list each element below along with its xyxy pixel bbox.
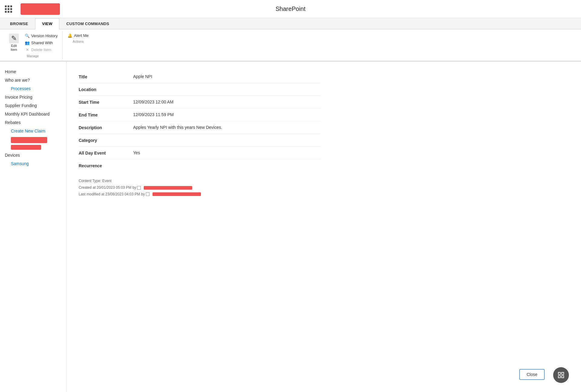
delete-item-label: Delete Item (31, 47, 51, 52)
ribbon-manage-small: 🔍 Version History 👥 Shared With ✕ Delete… (24, 33, 59, 53)
tab-view[interactable]: VIEW (35, 18, 59, 29)
ribbon-tabs: BROWSE VIEW CUSTOM COMMANDS (0, 18, 581, 29)
alert-me-button[interactable]: 🔔 Alert Me (66, 32, 90, 38)
detail-table: Title Apple NPI Location Start Time 12/0… (79, 70, 321, 172)
label-all-day-event: All Day Event (79, 150, 133, 155)
sidebar-item-supplier-funding[interactable]: Supplier Funding (5, 101, 61, 110)
ribbon-toolbar: ✎ Edit Item 🔍 Version History 👥 Shared W… (0, 29, 581, 61)
app-title: SharePoint (276, 5, 306, 12)
ribbon-group-actions: 🔔 Alert Me Actions (63, 31, 93, 59)
float-action-button[interactable] (553, 367, 569, 383)
detail-row-title: Title Apple NPI (79, 70, 321, 83)
sidebar-item-devices[interactable]: Devices (5, 151, 61, 159)
delete-item-icon: ✕ (25, 47, 30, 52)
tab-custom-commands[interactable]: CUSTOM COMMANDS (59, 18, 116, 29)
label-end-time: End Time (79, 112, 133, 117)
svg-rect-2 (558, 376, 560, 378)
value-start-time: 12/09/2023 12:00 AM (133, 100, 321, 104)
delete-item-button[interactable]: ✕ Delete Item (24, 47, 59, 53)
sidebar-item-processes[interactable]: Processes (5, 84, 61, 93)
footer-meta: Content Type: Event Created at 20/01/202… (79, 178, 569, 198)
detail-row-description: Description Apples Yearly NPI with this … (79, 121, 321, 134)
value-title: Apple NPI (133, 74, 321, 79)
edit-item-icon: ✎ (9, 34, 19, 43)
logo-area (5, 3, 66, 15)
detail-row-start-time: Start Time 12/09/2023 12:00 AM (79, 96, 321, 109)
detail-row-all-day: All Day Event Yes (79, 147, 321, 159)
ribbon-actions-items: 🔔 Alert Me (66, 32, 90, 38)
modified-label: Last modified at 23/08/2023 04:03 PM by (79, 192, 145, 196)
alert-me-icon: 🔔 (67, 33, 72, 38)
sidebar-item-who-are-we[interactable]: Who are we? (5, 76, 61, 84)
main-layout: Home Who are we? Processes Invoice Prici… (0, 61, 581, 392)
sidebar-item-invoice-pricing[interactable]: Invoice Pricing (5, 93, 61, 101)
logo-redacted (21, 3, 60, 15)
svg-rect-0 (558, 372, 560, 374)
sidebar-item-monthly-kpi[interactable]: Monthly KPI Dashboard (5, 110, 61, 118)
shared-with-button[interactable]: 👥 Shared With (24, 40, 59, 46)
detail-row-recurrence: Recurrence (79, 159, 321, 172)
svg-rect-1 (562, 372, 564, 374)
value-end-time: 12/09/2023 11:59 PM (133, 112, 321, 117)
label-description: Description (79, 125, 133, 130)
created-info: Created at 20/01/2023 05:03 PM by (79, 185, 569, 191)
label-category: Category (79, 138, 133, 143)
sidebar-item-create-new-claim[interactable]: Create New Claim (5, 127, 61, 135)
detail-row-location: Location (79, 83, 321, 96)
actions-group-label: Actions (66, 40, 90, 43)
close-button[interactable]: Close (519, 369, 545, 380)
version-history-button[interactable]: 🔍 Version History (24, 33, 59, 39)
detail-row-end-time: End Time 12/09/2023 11:59 PM (79, 109, 321, 121)
edit-item-button[interactable]: ✎ Edit Item (7, 32, 21, 53)
modified-info: Last modified at 23/08/2023 04:03 PM by (79, 191, 569, 198)
version-history-icon: 🔍 (25, 33, 30, 38)
label-title: Title (79, 74, 133, 79)
ribbon-manage-items: ✎ Edit Item 🔍 Version History 👥 Shared W… (7, 32, 59, 53)
value-all-day-event: Yes (133, 150, 321, 155)
svg-rect-3 (562, 376, 564, 378)
sidebar-item-rebates[interactable]: Rebates (5, 118, 61, 127)
app-grid-icon[interactable] (5, 5, 12, 13)
close-button-area: Close (519, 369, 545, 380)
manage-group-label: Manage (7, 54, 59, 58)
sidebar-item-samsung[interactable]: Samsung (5, 159, 61, 168)
edit-item-label: Edit Item (11, 44, 17, 52)
version-history-label: Version History (31, 34, 57, 38)
expand-icon (557, 371, 565, 379)
tab-browse[interactable]: BROWSE (3, 18, 35, 29)
label-recurrence: Recurrence (79, 163, 133, 168)
modified-name-redacted (153, 192, 201, 196)
sidebar-redacted-2 (11, 145, 41, 150)
content-type-label: Content Type: Event (79, 178, 569, 185)
top-bar: SharePoint (0, 0, 581, 18)
shared-with-icon: 👥 (25, 40, 30, 45)
created-checkbox (137, 186, 141, 190)
sidebar-item-home[interactable]: Home (5, 67, 61, 76)
sidebar-redacted-1 (11, 137, 47, 143)
label-start-time: Start Time (79, 100, 133, 105)
created-name-redacted (144, 186, 192, 190)
shared-with-label: Shared With (31, 41, 53, 45)
created-label: Created at 20/01/2023 05:03 PM by (79, 185, 136, 190)
content-area: Title Apple NPI Location Start Time 12/0… (67, 61, 581, 392)
ribbon-group-manage: ✎ Edit Item 🔍 Version History 👥 Shared W… (3, 31, 63, 59)
sidebar: Home Who are we? Processes Invoice Prici… (0, 61, 67, 392)
label-location: Location (79, 87, 133, 92)
alert-me-label: Alert Me (74, 33, 88, 38)
detail-row-category: Category (79, 134, 321, 147)
value-description: Apples Yearly NPI with this years New De… (133, 125, 321, 130)
modified-checkbox (146, 192, 149, 196)
